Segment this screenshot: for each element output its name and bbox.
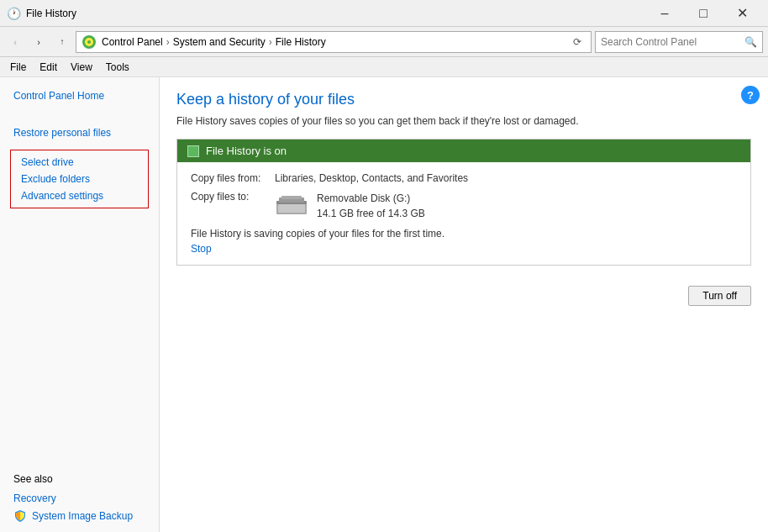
disk-info-group: Removable Disk (G:) 14.1 GB free of 14.3…: [275, 191, 425, 221]
sidebar-highlighted-box: Select drive Exclude folders Advanced se…: [10, 150, 149, 208]
menu-bar: File Edit View Tools: [0, 57, 768, 77]
search-bar: 🔍: [595, 31, 763, 53]
status-box: File History is on Copy files from: Libr…: [176, 139, 751, 266]
status-indicator: [187, 145, 199, 157]
refresh-button[interactable]: ⟳: [569, 34, 586, 50]
copy-from-row: Copy files from: Libraries, Desktop, Con…: [191, 172, 737, 184]
title-bar: 🕐 File History – □ ✕: [0, 0, 768, 27]
content-area: ? Keep a history of your files File Hist…: [160, 77, 768, 532]
maximize-button[interactable]: □: [684, 0, 723, 27]
sidebar-system-image-backup-label: System Image Backup: [32, 510, 133, 522]
status-header: File History is on: [177, 140, 750, 162]
shield-icon: [13, 509, 27, 523]
search-input[interactable]: [601, 36, 744, 48]
address-bar: Control Panel › System and Security › Fi…: [76, 31, 592, 53]
copy-to-row: Copy files to: Removable Disk (G:): [191, 191, 737, 221]
see-also-title: See also: [0, 471, 159, 487]
copy-from-label: Copy files from:: [191, 172, 275, 184]
sidebar-advanced-settings[interactable]: Advanced settings: [16, 187, 143, 204]
up-button[interactable]: ↑: [52, 32, 72, 52]
forward-button[interactable]: ›: [29, 32, 49, 52]
content-title: Keep a history of your files: [176, 91, 751, 108]
menu-file[interactable]: File: [3, 60, 33, 75]
window-icon: 🕐: [7, 7, 21, 20]
sidebar-select-drive[interactable]: Select drive: [16, 154, 143, 171]
see-also-section: See also Recovery System Image Backup: [0, 421, 159, 525]
search-icon: 🔍: [744, 36, 757, 48]
saving-text-content: File History is saving copies of your fi…: [191, 228, 444, 240]
stop-link[interactable]: Stop: [191, 243, 212, 255]
menu-tools[interactable]: Tools: [99, 60, 136, 75]
svg-point-2: [87, 40, 91, 44]
sidebar-restore-personal-files[interactable]: Restore personal files: [0, 124, 159, 141]
status-body: Copy files from: Libraries, Desktop, Con…: [177, 162, 750, 265]
copy-to-label: Copy files to:: [191, 191, 275, 203]
disk-name: Removable Disk (G:): [317, 191, 425, 206]
help-button[interactable]: ?: [741, 86, 760, 104]
main-area: Control Panel Home Restore personal file…: [0, 77, 768, 532]
turn-off-button[interactable]: Turn off: [688, 286, 751, 306]
back-button[interactable]: ‹: [5, 32, 25, 52]
sidebar-system-image-backup[interactable]: System Image Backup: [0, 507, 159, 525]
disk-icon: [275, 192, 308, 216]
disk-space: 14.1 GB free of 14.3 GB: [317, 206, 425, 221]
svg-rect-7: [281, 196, 302, 199]
breadcrumb-file-history[interactable]: File History: [276, 36, 326, 48]
svg-rect-4: [278, 204, 305, 213]
breadcrumb-control-panel[interactable]: Control Panel: [102, 36, 163, 48]
disk-details: Removable Disk (G:) 14.1 GB free of 14.3…: [317, 191, 425, 221]
sidebar-control-panel-home[interactable]: Control Panel Home: [0, 87, 159, 104]
breadcrumb-system-security[interactable]: System and Security: [173, 36, 266, 48]
copy-from-value: Libraries, Desktop, Contacts, and Favori…: [275, 172, 468, 184]
sidebar-recovery[interactable]: Recovery: [0, 490, 159, 507]
minimize-button[interactable]: –: [645, 0, 684, 27]
close-button[interactable]: ✕: [723, 0, 761, 27]
saving-info: File History is saving copies of your fi…: [191, 228, 737, 240]
window-title: File History: [26, 8, 645, 19]
sidebar-home-section: Control Panel Home: [0, 87, 159, 104]
status-header-text: File History is on: [206, 145, 287, 157]
nav-bar: ‹ › ↑ Control Panel › System and Securit…: [0, 27, 768, 57]
menu-edit[interactable]: Edit: [33, 60, 64, 75]
content-description: File History saves copies of your files …: [176, 115, 751, 127]
address-path: Control Panel › System and Security › Fi…: [82, 34, 569, 50]
action-row: Turn off: [176, 277, 751, 306]
sidebar-exclude-folders[interactable]: Exclude folders: [16, 171, 143, 187]
saving-text: File History is saving copies of your fi…: [191, 228, 444, 240]
sidebar: Control Panel Home Restore personal file…: [0, 77, 160, 532]
address-icon: [82, 34, 97, 50]
stop-row: Stop: [191, 243, 737, 255]
menu-view[interactable]: View: [64, 60, 99, 75]
